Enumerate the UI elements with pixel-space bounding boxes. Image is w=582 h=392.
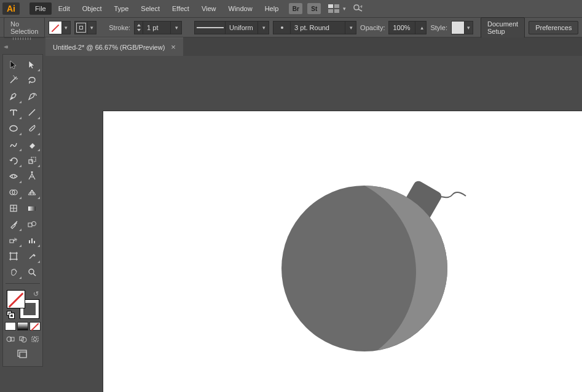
shape-builder-tool[interactable] <box>5 185 22 200</box>
blend-tool[interactable] <box>23 217 41 232</box>
fill-color-control[interactable]: ▾ <box>49 21 71 34</box>
menu-edit[interactable]: Edit <box>53 2 76 15</box>
shaper-tool[interactable] <box>5 137 22 152</box>
perspective-grid-tool[interactable] <box>23 185 41 200</box>
paintbrush-tool[interactable] <box>23 121 41 136</box>
stock-button[interactable]: St <box>307 3 321 14</box>
document-tab-title: Untitled-2* @ 66.67% (RGB/Preview) <box>53 44 165 51</box>
opacity-control[interactable]: 100% ▸ <box>388 21 427 34</box>
symbol-sprayer-tool[interactable] <box>5 233 22 248</box>
ellipse-tool[interactable] <box>5 121 22 136</box>
color-mode-gradient[interactable] <box>17 322 28 331</box>
svg-rect-16 <box>10 253 17 259</box>
draw-normal-icon[interactable] <box>5 334 16 344</box>
puppet-warp-tool[interactable] <box>23 169 41 184</box>
menu-file[interactable]: File <box>29 2 52 15</box>
stroke-weight-dropdown[interactable]: ▾ <box>171 21 182 34</box>
curvature-tool[interactable] <box>23 89 41 104</box>
svg-point-21 <box>22 337 26 342</box>
swap-fill-stroke-icon[interactable]: ↺ <box>33 290 39 298</box>
artwork-bomb[interactable] <box>281 175 484 359</box>
selection-tool[interactable] <box>5 57 22 72</box>
brush-dropdown[interactable]: ▾ <box>345 21 356 34</box>
direct-selection-tool[interactable] <box>23 57 41 72</box>
draw-inside-icon[interactable] <box>29 334 41 344</box>
svg-rect-25 <box>20 352 26 358</box>
menu-window[interactable]: Window <box>223 2 258 15</box>
fill-dropdown[interactable]: ▾ <box>62 21 71 34</box>
artboard-tool[interactable] <box>5 249 22 264</box>
selection-indicator: No Selection <box>4 17 45 38</box>
brush-definition[interactable]: 3 pt. Round ▾ <box>273 21 356 34</box>
line-segment-tool[interactable] <box>23 105 41 120</box>
stroke-weight-stepper[interactable] <box>134 21 143 34</box>
draw-behind-icon[interactable] <box>17 334 28 344</box>
arrange-documents-dropdown[interactable]: ▾ <box>328 4 346 13</box>
fill-box-icon[interactable] <box>7 290 25 308</box>
panel-grip-icon[interactable] <box>6 37 37 41</box>
close-tab-button[interactable]: × <box>171 42 176 52</box>
chevron-down-icon: ▾ <box>343 6 346 12</box>
eraser-tool[interactable] <box>23 137 41 152</box>
default-fill-stroke-icon[interactable] <box>7 311 14 318</box>
profile-dropdown[interactable]: ▾ <box>258 21 269 34</box>
mesh-tool[interactable] <box>5 201 22 216</box>
stroke-weight-field[interactable]: 1 pt <box>143 21 171 34</box>
svg-rect-0 <box>328 4 333 8</box>
eyedropper-tool[interactable] <box>5 217 22 232</box>
svg-point-8 <box>31 171 33 173</box>
color-mode-solid[interactable] <box>5 322 16 331</box>
stroke-dropdown[interactable]: ▾ <box>88 21 96 34</box>
style-dropdown[interactable]: ▾ <box>465 21 473 34</box>
menu-view[interactable]: View <box>196 2 222 15</box>
pen-tool[interactable] <box>5 89 22 104</box>
scale-tool[interactable] <box>23 153 41 168</box>
gradient-tool[interactable] <box>23 201 41 216</box>
graphic-style-control[interactable]: ▾ <box>451 21 473 34</box>
lasso-tool[interactable] <box>23 73 41 88</box>
canvas-area[interactable] <box>45 56 582 392</box>
menu-object[interactable]: Object <box>77 2 108 15</box>
color-mode-none[interactable] <box>29 322 41 331</box>
menu-type[interactable]: Type <box>109 2 135 15</box>
rotate-tool[interactable] <box>5 153 22 168</box>
document-tab[interactable]: Untitled-2* @ 66.67% (RGB/Preview) × <box>45 37 183 56</box>
opacity-field[interactable]: 100% <box>388 21 415 34</box>
stroke-swatch-icon <box>74 21 88 34</box>
magic-wand-tool[interactable] <box>5 73 22 88</box>
brush-name: 3 pt. Round <box>290 21 345 34</box>
svg-point-17 <box>29 269 34 274</box>
stroke-label: Stroke: <box>109 24 130 31</box>
menu-effect[interactable]: Effect <box>167 2 195 15</box>
document-tab-bar: Untitled-2* @ 66.67% (RGB/Preview) × <box>45 37 582 56</box>
menu-bar: Ai File Edit Object Type Select Effect V… <box>0 0 582 17</box>
column-graph-tool[interactable] <box>23 233 41 248</box>
variable-width-profile[interactable]: Uniform ▾ <box>194 21 269 34</box>
menu-select[interactable]: Select <box>135 2 165 15</box>
svg-rect-15 <box>10 240 14 243</box>
bridge-button[interactable]: Br <box>289 3 302 14</box>
type-tool[interactable] <box>5 105 22 120</box>
collapse-panels-icon[interactable]: ◂◂ <box>4 43 14 49</box>
control-bar: No Selection ▾ ▾ Stroke: 1 pt ▾ Uniform … <box>0 17 582 37</box>
document-setup-button[interactable]: Document Setup <box>481 17 525 38</box>
style-swatch-icon <box>451 21 465 34</box>
search-icon[interactable] <box>352 3 363 14</box>
artboard[interactable] <box>103 111 582 392</box>
opacity-label: Opacity: <box>360 24 385 31</box>
screen-mode-button[interactable] <box>4 349 41 361</box>
hand-tool[interactable] <box>5 265 22 280</box>
slice-tool[interactable] <box>23 249 41 264</box>
app-logo-icon: Ai <box>2 2 20 15</box>
stroke-color-control[interactable]: ▾ <box>74 21 96 34</box>
fill-swatch-icon <box>49 21 62 34</box>
svg-rect-1 <box>334 4 339 8</box>
fill-stroke-control[interactable]: ↺ <box>6 290 40 318</box>
svg-point-5 <box>10 126 17 131</box>
menu-help[interactable]: Help <box>259 2 285 15</box>
opacity-dropdown[interactable]: ▸ <box>415 21 427 34</box>
zoom-tool[interactable] <box>23 265 41 280</box>
tools-panel: ↺ <box>2 54 43 367</box>
preferences-button[interactable]: Preferences <box>529 21 578 34</box>
width-tool[interactable] <box>5 169 22 184</box>
